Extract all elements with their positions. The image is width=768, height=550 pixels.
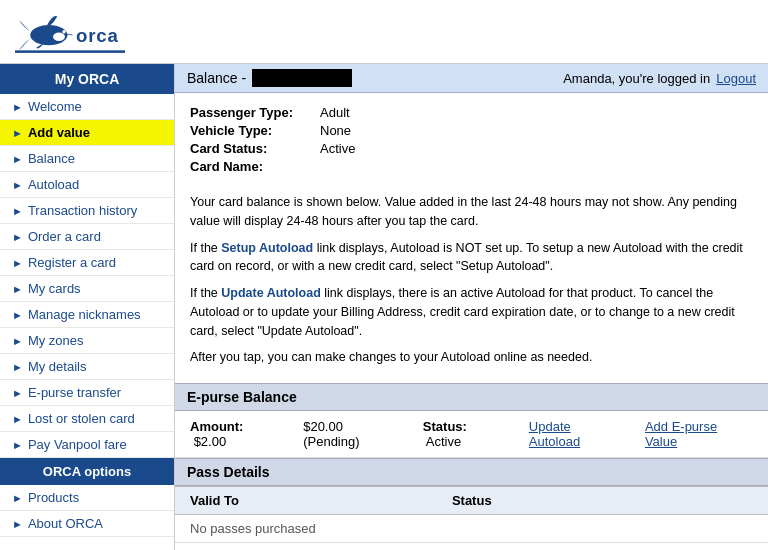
desc-para2: If the Setup Autoload link displays, Aut… (190, 239, 753, 277)
pass-table-header-row: Valid To Status (175, 487, 768, 515)
epurse-row: Amount: $2.00 $20.00 (Pending) Status: A… (175, 411, 768, 458)
card-info-section: Passenger Type: Adult Vehicle Type: None… (175, 93, 768, 185)
balance-section: Balance - (187, 69, 352, 87)
header: orca (0, 0, 768, 64)
card-status-label: Card Status: (190, 141, 320, 156)
passenger-type-label: Passenger Type: (190, 105, 320, 120)
balance-text-label: Balance - (187, 70, 246, 86)
sidebar-item-balance[interactable]: ► Balance (0, 146, 174, 172)
user-greeting: Amanda, you're logged in (563, 71, 710, 86)
desc-para3-prefix: If the (190, 286, 221, 300)
sidebar-item-order-card[interactable]: ► Order a card (0, 224, 174, 250)
sidebar-item-my-details[interactable]: ► My details (0, 354, 174, 380)
arrow-icon: ► (12, 492, 23, 504)
arrow-icon: ► (12, 439, 23, 451)
arrow-icon: ► (12, 413, 23, 425)
layout: My ORCA ► Welcome ► Add value ► Balance … (0, 64, 768, 550)
sidebar-item-welcome[interactable]: ► Welcome (0, 94, 174, 120)
epurse-amount-label: Amount: $2.00 (190, 419, 283, 449)
arrow-icon: ► (12, 127, 23, 139)
card-status-value: Active (320, 141, 355, 156)
sidebar-item-epurse-transfer[interactable]: ► E-purse transfer (0, 380, 174, 406)
orca-logo: orca (15, 8, 753, 58)
card-name-label: Card Name: (190, 159, 320, 174)
arrow-icon: ► (12, 518, 23, 530)
update-autoload-link[interactable]: Update Autoload (221, 286, 321, 300)
pass-details-section-header: Pass Details (175, 458, 768, 486)
sidebar-item-autoload[interactable]: ► Autoload (0, 172, 174, 198)
arrow-icon: ► (12, 153, 23, 165)
arrow-icon: ► (12, 361, 23, 373)
passenger-type-row: Passenger Type: Adult (190, 105, 753, 120)
sidebar-item-transaction-history[interactable]: ► Transaction history (0, 198, 174, 224)
arrow-icon: ► (12, 179, 23, 191)
sidebar-item-products[interactable]: ► Products (0, 485, 174, 511)
sidebar-item-lost-stolen[interactable]: ► Lost or stolen card (0, 406, 174, 432)
desc-para2-prefix: If the (190, 241, 221, 255)
col-status: Status (437, 487, 669, 515)
epurse-section-header: E-purse Balance (175, 383, 768, 411)
desc-para4: After you tap, you can make changes to y… (190, 348, 753, 367)
no-passes-message: No passes purchased (175, 515, 768, 543)
passenger-type-value: Adult (320, 105, 350, 120)
sidebar-item-manage-nicknames[interactable]: ► Manage nicknames (0, 302, 174, 328)
svg-point-1 (53, 33, 65, 41)
sidebar-item-register-card[interactable]: ► Register a card (0, 250, 174, 276)
arrow-icon: ► (12, 335, 23, 347)
update-autoload-button[interactable]: Update Autoload (529, 419, 625, 449)
svg-text:orca: orca (76, 25, 119, 46)
col-extra (668, 487, 768, 515)
sidebar-item-about-orca[interactable]: ► About ORCA (0, 511, 174, 537)
card-status-row: Card Status: Active (190, 141, 753, 156)
logo-svg: orca (15, 8, 125, 58)
svg-rect-4 (15, 50, 125, 53)
arrow-icon: ► (12, 283, 23, 295)
desc-para1: Your card balance is shown below. Value … (190, 193, 753, 231)
sidebar-item-pay-vanpool[interactable]: ► Pay Vanpool fare (0, 432, 174, 458)
arrow-icon: ► (12, 257, 23, 269)
desc-para3: If the Update Autoload link displays, th… (190, 284, 753, 340)
arrow-icon: ► (12, 205, 23, 217)
arrow-icon: ► (12, 309, 23, 321)
vehicle-type-row: Vehicle Type: None (190, 123, 753, 138)
sidebar-header: My ORCA (0, 64, 174, 94)
balance-redacted (252, 69, 352, 87)
svg-point-2 (62, 30, 65, 33)
pass-details-table: Valid To Status No passes purchased (175, 486, 768, 543)
add-epurse-value-button[interactable]: Add E-purse Value (645, 419, 753, 449)
vehicle-type-value: None (320, 123, 351, 138)
logout-button[interactable]: Logout (716, 71, 756, 86)
col-valid-to: Valid To (175, 487, 437, 515)
orca-options-header: ORCA options (0, 458, 174, 485)
epurse-pending-value: $20.00 (Pending) (303, 419, 403, 449)
arrow-icon: ► (12, 231, 23, 243)
setup-autoload-link[interactable]: Setup Autoload (221, 241, 313, 255)
vehicle-type-label: Vehicle Type: (190, 123, 320, 138)
sidebar-item-my-zones[interactable]: ► My zones (0, 328, 174, 354)
pass-table-empty-row: No passes purchased (175, 515, 768, 543)
user-info: Amanda, you're logged in Logout (563, 71, 756, 86)
description-section: Your card balance is shown below. Value … (175, 185, 768, 383)
sidebar-item-my-cards[interactable]: ► My cards (0, 276, 174, 302)
sidebar-item-add-value[interactable]: ► Add value (0, 120, 174, 146)
epurse-status: Status: Active (423, 419, 509, 449)
card-name-row: Card Name: (190, 159, 753, 174)
epurse-status-value: Active (426, 434, 461, 449)
arrow-icon: ► (12, 387, 23, 399)
top-bar: Balance - Amanda, you're logged in Logou… (175, 64, 768, 93)
epurse-amount-value: $2.00 (194, 434, 227, 449)
sidebar: My ORCA ► Welcome ► Add value ► Balance … (0, 64, 175, 550)
main-content: Balance - Amanda, you're logged in Logou… (175, 64, 768, 550)
arrow-icon: ► (12, 101, 23, 113)
